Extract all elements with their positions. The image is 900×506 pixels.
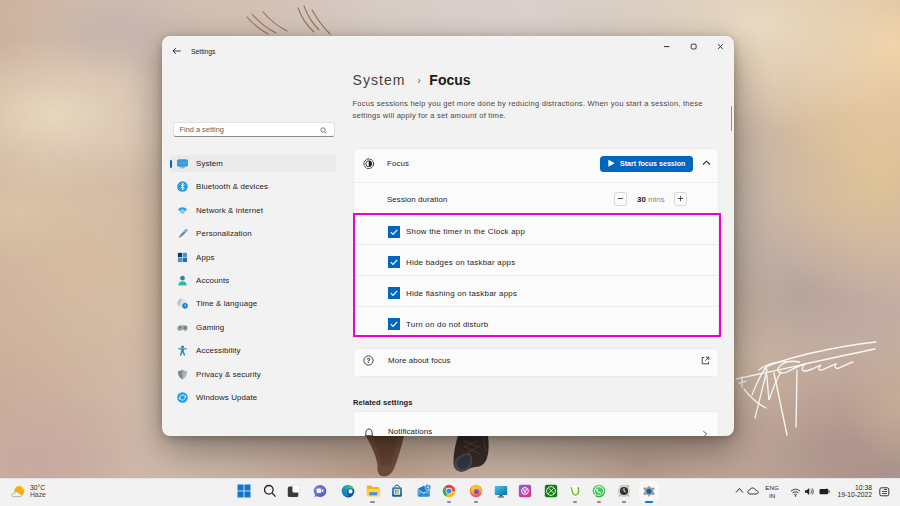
svg-text:4: 4: [426, 484, 429, 489]
svg-text:?: ?: [366, 357, 370, 364]
